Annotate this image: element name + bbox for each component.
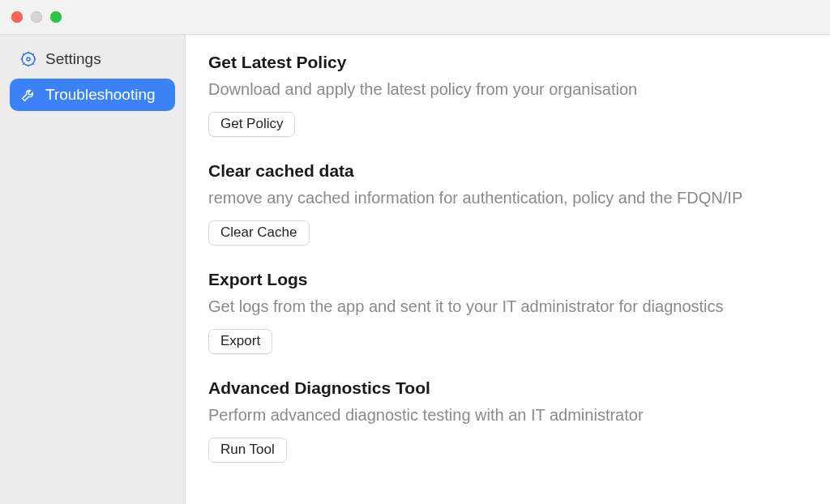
section-description: remove any cached information for authen… [208, 187, 807, 209]
window-body: Settings Troubleshooting Get Latest Poli… [0, 35, 830, 504]
maximize-icon[interactable] [50, 11, 62, 23]
app-window: Settings Troubleshooting Get Latest Poli… [0, 0, 830, 504]
clear-cache-button[interactable]: Clear Cache [208, 220, 310, 246]
section-title: Export Logs [208, 270, 807, 289]
sidebar-item-label: Settings [45, 50, 101, 68]
section-clear-cached-data: Clear cached data remove any cached info… [208, 161, 807, 246]
content-pane: Get Latest Policy Download and apply the… [185, 35, 830, 504]
section-get-latest-policy: Get Latest Policy Download and apply the… [208, 53, 807, 137]
section-advanced-diagnostics: Advanced Diagnostics Tool Perform advanc… [208, 378, 807, 463]
titlebar [0, 0, 830, 35]
sidebar-item-settings[interactable]: Settings [10, 43, 175, 75]
section-title: Clear cached data [208, 161, 807, 181]
get-policy-button[interactable]: Get Policy [208, 112, 295, 137]
section-title: Get Latest Policy [208, 53, 807, 72]
wrench-icon [19, 86, 37, 104]
run-tool-button[interactable]: Run Tool [208, 438, 287, 463]
svg-point-0 [22, 53, 35, 66]
window-controls [11, 11, 62, 23]
gear-icon [19, 50, 37, 68]
sidebar: Settings Troubleshooting [0, 35, 185, 504]
export-button[interactable]: Export [208, 329, 272, 354]
section-description: Get logs from the app and sent it to you… [208, 296, 807, 318]
sidebar-item-troubleshooting[interactable]: Troubleshooting [10, 79, 175, 111]
minimize-icon[interactable] [31, 11, 42, 23]
svg-point-1 [27, 58, 30, 61]
sidebar-item-label: Troubleshooting [45, 86, 156, 104]
section-description: Download and apply the latest policy fro… [208, 79, 807, 100]
section-title: Advanced Diagnostics Tool [208, 378, 807, 398]
section-description: Perform advanced diagnostic testing with… [208, 404, 807, 426]
close-icon[interactable] [11, 11, 23, 23]
section-export-logs: Export Logs Get logs from the app and se… [208, 270, 807, 354]
